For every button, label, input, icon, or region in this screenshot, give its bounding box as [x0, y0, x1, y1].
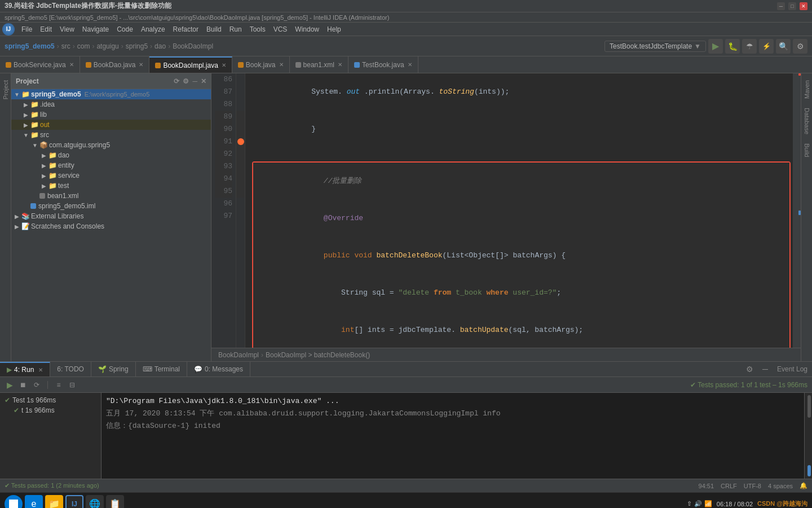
tree-item-bean1xml[interactable]: bean1.xml: [11, 191, 211, 201]
tab-testbook[interactable]: TestBook.java ✕: [348, 56, 418, 73]
taskbar-browser[interactable]: e: [25, 495, 43, 509]
run-btn[interactable]: ▶: [708, 39, 723, 54]
menu-view[interactable]: View: [56, 24, 78, 34]
event-log-btn[interactable]: Event Log: [773, 362, 812, 376]
database-panel-toggle[interactable]: Database: [802, 106, 811, 137]
run-tab-close[interactable]: ✕: [38, 367, 43, 373]
build-panel-toggle[interactable]: Build: [802, 141, 811, 159]
menu-window[interactable]: Window: [292, 24, 323, 34]
debug-btn[interactable]: 🐛: [725, 39, 740, 54]
bottom-tab-right-settings[interactable]: ⚙: [742, 362, 758, 376]
bottom-tab-todo[interactable]: 6: TODO: [50, 362, 91, 376]
tree-item-root[interactable]: ▼ 📁 spring5_demo5 E:\work\spring5_demo5: [11, 89, 211, 99]
coverage-btn[interactable]: ☂: [742, 39, 757, 54]
tab-book[interactable]: Book.java ✕: [232, 56, 290, 73]
profiler-btn[interactable]: ⚡: [759, 39, 774, 54]
test-tree-item-root[interactable]: ✔ Test 1s 966ms: [5, 395, 96, 405]
menu-analyze[interactable]: Analyze: [138, 24, 169, 34]
tab-close-bookservice[interactable]: ✕: [69, 62, 74, 68]
breadcrumb-com[interactable]: com: [77, 42, 90, 50]
project-sync-icon[interactable]: ⟳: [174, 77, 179, 85]
tree-item-src[interactable]: ▼ 📁 src: [11, 130, 211, 140]
maximize-btn[interactable]: □: [788, 2, 796, 10]
status-encoding[interactable]: UTF-8: [744, 483, 761, 489]
taskbar-app5[interactable]: 📋: [106, 495, 124, 509]
tree-item-scratches[interactable]: ▶ 📝 Scratches and Consoles: [11, 221, 211, 231]
menu-help[interactable]: Help: [324, 24, 345, 34]
code-area[interactable]: System. out .println(Arrays. toString(in…: [245, 73, 793, 348]
system-tray: ⇧ 🔊 📶 06:18 / 08:02 CSDN @跨越海沟: [687, 500, 807, 508]
tree-item-out[interactable]: ▶ 📁 out: [11, 120, 211, 130]
test-tree-item-child[interactable]: ✔ t 1s 966ms: [5, 405, 96, 415]
breadcrumb-spring5-demo5[interactable]: spring5_demo5: [5, 42, 55, 50]
settings-btn[interactable]: ⚙: [793, 39, 807, 54]
menu-edit[interactable]: Edit: [37, 24, 55, 34]
run-status-label: ✔ Tests passed: 1 of 1 test – 1s 966ms: [690, 381, 807, 389]
tab-close-testbook[interactable]: ✕: [408, 62, 412, 68]
tree-item-external-libraries[interactable]: ▶ 📚 External Libraries: [11, 211, 211, 221]
status-bar: ✔ Tests passed: 1 (2 minutes ago) 94:51 …: [0, 479, 812, 492]
tree-item-lib[interactable]: ▶ 📁 lib: [11, 110, 211, 120]
project-settings-icon[interactable]: ⚙: [183, 77, 189, 85]
bottom-tab-messages[interactable]: 💬 0: Messages: [187, 362, 250, 376]
tab-close-bean1xml[interactable]: ✕: [338, 62, 342, 68]
tab-bookdao[interactable]: BookDao.java ✕: [80, 56, 150, 73]
tab-close-bookdaoimpl[interactable]: ✕: [222, 62, 226, 68]
menu-tools[interactable]: Tools: [246, 24, 269, 34]
tree-item-iml[interactable]: spring5_demo5.iml: [11, 201, 211, 211]
run-play-btn[interactable]: ▶: [5, 380, 15, 390]
status-crlf[interactable]: CRLF: [721, 483, 737, 489]
main-toolbar: spring5_demo5 › src › com › atguigu › sp…: [0, 36, 812, 56]
taskbar-intellij[interactable]: IJ: [65, 495, 83, 509]
menu-vcs[interactable]: VCS: [270, 24, 291, 34]
run-rerun-btn[interactable]: ⟳: [32, 380, 42, 390]
spring-icon: 🌱: [98, 365, 107, 373]
tab-bookdaoimpl[interactable]: BookDaoImpl.java ✕: [149, 56, 232, 73]
breadcrumb-bookdaoimpl[interactable]: BookDaoImpl: [173, 42, 213, 50]
close-btn[interactable]: ✕: [800, 2, 807, 10]
menu-file[interactable]: File: [18, 24, 36, 34]
taskbar-chrome[interactable]: 🌐: [86, 495, 104, 509]
tree-item-service[interactable]: ▶ 📁 service: [11, 170, 211, 181]
status-indent[interactable]: 4 spaces: [768, 483, 793, 489]
bottom-tab-spring[interactable]: 🌱 Spring: [91, 362, 136, 376]
taskbar-explorer[interactable]: 📁: [45, 495, 63, 509]
run-scrollbar[interactable]: [804, 393, 812, 479]
tree-item-idea[interactable]: ▶ 📁 .idea: [11, 99, 211, 110]
maven-panel-toggle[interactable]: Maven: [802, 78, 811, 101]
bottom-tab-run[interactable]: ▶ 4: Run ✕: [0, 362, 50, 376]
run-filter-btn[interactable]: ⊟: [67, 380, 77, 390]
tree-item-dao[interactable]: ▶ 📁 dao: [11, 150, 211, 160]
tab-close-book[interactable]: ✕: [279, 62, 284, 68]
minimize-btn[interactable]: ─: [777, 2, 785, 10]
tree-item-package[interactable]: ▼ 📦 com.atguigu.spring5: [11, 140, 211, 150]
csdn-watermark: CSDN @跨越海沟: [757, 500, 807, 508]
run-expand-btn[interactable]: ≡: [54, 380, 64, 390]
tab-close-bookdao[interactable]: ✕: [139, 62, 143, 68]
tree-item-test[interactable]: ▶ 📁 test: [11, 181, 211, 191]
project-collapse-icon[interactable]: ─: [192, 77, 197, 85]
tree-item-entity[interactable]: ▶ 📁 entity: [11, 160, 211, 170]
bottom-tab-right-collapse[interactable]: ─: [758, 362, 773, 376]
menu-run[interactable]: Run: [226, 24, 245, 34]
project-panel-toggle[interactable]: Project: [1, 78, 10, 102]
menu-build[interactable]: Build: [203, 24, 225, 34]
project-close-icon[interactable]: ✕: [201, 77, 206, 85]
search-everywhere-btn[interactable]: 🔍: [776, 39, 791, 54]
menu-code[interactable]: Code: [113, 24, 136, 34]
start-btn[interactable]: [5, 495, 23, 509]
test-tree: ✔ Test 1s 966ms ✔ t 1s 966ms: [0, 393, 102, 479]
tab-bookservice[interactable]: BookService.java ✕: [0, 56, 80, 73]
breadcrumb-spring5[interactable]: spring5: [126, 42, 148, 50]
breadcrumb-src[interactable]: src: [61, 42, 70, 50]
menu-navigate[interactable]: Navigate: [79, 24, 112, 34]
run-stop-btn[interactable]: ⏹: [18, 380, 28, 390]
status-event-log[interactable]: 🔔: [800, 482, 807, 489]
tab-bean1xml[interactable]: bean1.xml ✕: [290, 56, 348, 73]
run-config-selector[interactable]: TestBook.testJdbcTemplate ▼: [604, 41, 706, 52]
menu-refactor[interactable]: Refactor: [170, 24, 202, 34]
breakpoint-marker[interactable]: [237, 138, 244, 145]
breadcrumb-atguigu[interactable]: atguigu: [96, 42, 118, 50]
breadcrumb-dao[interactable]: dao: [155, 42, 166, 50]
bottom-tab-terminal[interactable]: ⌨ Terminal: [136, 362, 187, 376]
